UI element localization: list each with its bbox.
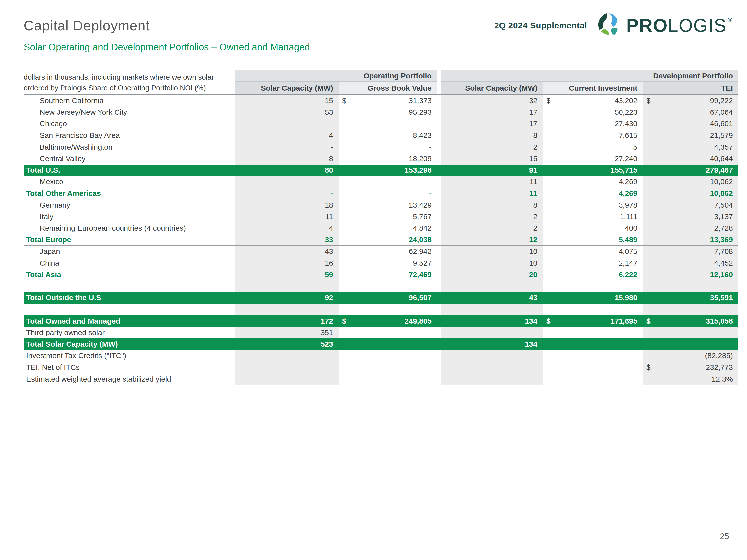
cell-operating-capacity: 80 xyxy=(235,164,339,176)
table-row: Total Other Americas - - 11 4,269 10,062 xyxy=(24,188,738,199)
cell-current-investment: 27,240 xyxy=(543,153,643,164)
cell-gap xyxy=(437,281,441,292)
dollar-sign: $ xyxy=(646,317,651,325)
column-header-current-investment: Current Investment xyxy=(543,82,643,94)
cell-gap xyxy=(437,315,441,327)
cell-development-capacity: 10 xyxy=(441,246,543,257)
cell-current-investment xyxy=(543,304,643,315)
cell-market-label xyxy=(24,281,235,292)
cell-development-capacity: 17 xyxy=(441,118,543,130)
cell-development-capacity: 2 xyxy=(441,141,543,153)
supplemental-label: 2Q 2024 Supplemental xyxy=(494,21,587,30)
table-body: Southern California 15 $31,373 32 $43,20… xyxy=(24,95,738,385)
cell-operating-capacity: 92 xyxy=(235,292,339,304)
table-row: TEI, Net of ITCs $232,773 xyxy=(24,362,738,373)
cell-gap xyxy=(437,199,441,211)
cell-tei: 3,137 xyxy=(643,211,738,222)
group-header-operating: Operating Portfolio xyxy=(235,71,437,82)
cell-gross-book-value: 9,527 xyxy=(339,257,437,269)
cell-tei xyxy=(643,304,738,315)
cell-operating-capacity: 59 xyxy=(235,269,339,280)
cell-current-investment xyxy=(543,373,643,385)
cell-development-capacity xyxy=(441,304,543,315)
cell-gross-book-value xyxy=(339,304,437,315)
cell-market-label: Italy xyxy=(24,211,235,222)
table-row: Estimated weighted average stabilized yi… xyxy=(24,373,738,385)
cell-current-investment: 50,223 xyxy=(543,107,643,118)
group-header-development: Development Portfolio xyxy=(441,71,738,82)
cell-market-label: Investment Tax Credits ("ITC") xyxy=(24,350,235,362)
cell-gap xyxy=(437,222,441,234)
cell-operating-capacity: 15 xyxy=(235,95,339,107)
cell-tei: 67,064 xyxy=(643,107,738,118)
cell-gross-book-value xyxy=(339,350,437,362)
cell-current-investment: $43,202 xyxy=(543,95,643,107)
cell-current-investment: 4,075 xyxy=(543,246,643,257)
cell-market-label: Remaining European countries (4 countrie… xyxy=(24,222,235,234)
cell-tei: 10,062 xyxy=(643,176,738,188)
dollar-sign: $ xyxy=(342,96,346,105)
cell-operating-capacity: 351 xyxy=(235,327,339,339)
cell-gap xyxy=(437,95,441,107)
cell-market-label: Germany xyxy=(24,199,235,211)
cell-gap xyxy=(437,246,441,257)
cell-development-capacity: 2 xyxy=(441,211,543,222)
cell-gross-book-value: 95,293 xyxy=(339,107,437,118)
cell-gap xyxy=(437,176,441,188)
cell-gap xyxy=(437,141,441,153)
cell-operating-capacity: 4 xyxy=(235,222,339,234)
cell-gross-book-value: - xyxy=(339,188,437,199)
cell-gap xyxy=(437,107,441,118)
cell-market-label: Japan xyxy=(24,246,235,257)
column-header-operating-capacity: Solar Capacity (MW) xyxy=(235,82,339,94)
cell-current-investment: 1,111 xyxy=(543,211,643,222)
cell-gross-book-value: 62,942 xyxy=(339,246,437,257)
cell-market-label: Mexico xyxy=(24,176,235,188)
table-group-header-row: dollars in thousands, including markets … xyxy=(24,71,738,82)
group-header-gap xyxy=(437,71,441,82)
table-row: Investment Tax Credits ("ITC") (82,285) xyxy=(24,350,738,362)
cell-gap xyxy=(437,118,441,130)
table-row: China 16 9,527 10 2,147 4,452 xyxy=(24,257,738,269)
table-row: Total U.S. 80 153,298 91 155,715 279,467 xyxy=(24,164,738,176)
cell-gap xyxy=(437,257,441,269)
table-row: Baltimore/Washington - - 2 5 4,357 xyxy=(24,141,738,153)
table-column-header-row: ordered by Prologis Share of Operating P… xyxy=(24,82,738,95)
cell-development-capacity: 91 xyxy=(441,164,543,176)
cell-gap xyxy=(437,153,441,164)
cell-tei: 13,369 xyxy=(643,235,738,245)
cell-current-investment xyxy=(543,338,643,350)
cell-gap xyxy=(437,292,441,304)
cell-gross-book-value: 72,469 xyxy=(339,269,437,280)
cell-gross-book-value: 8,423 xyxy=(339,130,437,141)
cell-tei: $99,222 xyxy=(643,95,738,107)
cell-gross-book-value: - xyxy=(339,176,437,188)
column-header-gross-book-value: Gross Book Value xyxy=(339,82,437,94)
table-note-line2: ordered by Prologis Share of Operating P… xyxy=(24,82,235,94)
cell-development-capacity: 134 xyxy=(441,338,543,350)
cell-gross-book-value: 5,767 xyxy=(339,211,437,222)
report-page: Capital Deployment Solar Operating and D… xyxy=(0,0,747,560)
page-number: 25 xyxy=(720,532,729,541)
brand-wordmark: PROLOGIS® xyxy=(626,15,732,36)
page-subtitle: Solar Operating and Development Portfoli… xyxy=(24,42,310,53)
prologis-globe-icon xyxy=(598,13,622,38)
cell-gross-book-value: 4,842 xyxy=(339,222,437,234)
cell-current-investment: 15,980 xyxy=(543,292,643,304)
prologis-logo: PROLOGIS® xyxy=(598,13,732,38)
cell-tei: 21,579 xyxy=(643,130,738,141)
cell-current-investment: 27,430 xyxy=(543,118,643,130)
cell-gap xyxy=(437,211,441,222)
cell-current-investment: $171,695 xyxy=(543,315,643,327)
table-row: Southern California 15 $31,373 32 $43,20… xyxy=(24,95,738,107)
cell-operating-capacity: - xyxy=(235,118,339,130)
cell-development-capacity: 2 xyxy=(441,222,543,234)
cell-tei: 2,728 xyxy=(643,222,738,234)
cell-development-capacity: 17 xyxy=(441,107,543,118)
cell-development-capacity: 8 xyxy=(441,130,543,141)
cell-current-investment: 2,147 xyxy=(543,257,643,269)
cell-market-label: San Francisco Bay Area xyxy=(24,130,235,141)
cell-gross-book-value: - xyxy=(339,141,437,153)
cell-market-label: Chicago xyxy=(24,118,235,130)
dollar-sign: $ xyxy=(546,317,550,325)
